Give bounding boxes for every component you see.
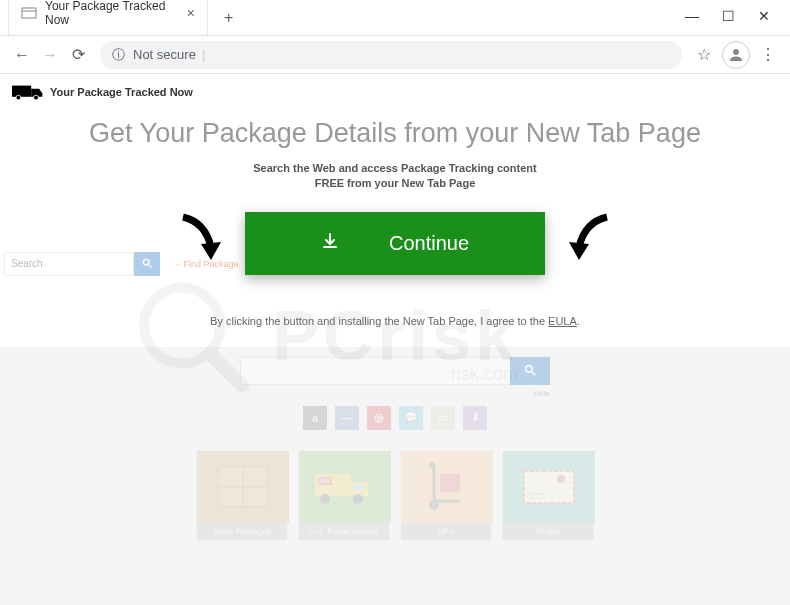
close-window-button[interactable]: ✕ — [746, 4, 782, 28]
mail-truck-icon: MAIL — [299, 451, 391, 523]
card-usps: MAIL U.S. Postal Service — [298, 450, 390, 541]
bookmark-button[interactable]: ☆ — [690, 45, 718, 64]
card-label: Track Packages — [197, 523, 287, 540]
download-icon — [321, 232, 339, 255]
svg-point-24 — [429, 462, 435, 468]
truck-icon — [12, 82, 44, 102]
page-content: Your Package Tracked Now Get Your Packag… — [0, 74, 790, 605]
continue-label: Continue — [389, 232, 469, 255]
card-label: UPS — [401, 523, 491, 540]
background-big-search-icon — [510, 357, 550, 385]
walmart-icon: — — [335, 406, 359, 430]
cta-area: Continue Find Package — [0, 204, 790, 295]
arrow-right-icon — [565, 212, 615, 271]
svg-point-4 — [16, 95, 21, 100]
brand-name: Your Package Tracked Now — [50, 86, 193, 98]
page-title: Get Your Package Details from your New T… — [0, 110, 790, 157]
browser-titlebar: Your Package Tracked Now × + — ☐ ✕ — [0, 0, 790, 36]
new-tab-button[interactable]: + — [216, 9, 241, 27]
svg-point-26 — [557, 475, 565, 483]
page-subtitle: Search the Web and access Package Tracki… — [0, 157, 790, 204]
amazon-icon: a — [303, 406, 327, 430]
maximize-button[interactable]: ☐ — [710, 4, 746, 28]
card-track-packages: Track Packages — [196, 450, 288, 541]
tab-title: Your Package Tracked Now — [45, 0, 171, 27]
download-tile-icon: ⬇ — [463, 406, 487, 430]
svg-point-23 — [429, 500, 439, 510]
forward-button[interactable]: → — [36, 41, 64, 69]
info-icon: ⓘ — [112, 46, 125, 64]
svg-rect-0 — [22, 8, 36, 18]
svg-rect-3 — [12, 86, 31, 97]
background-search-button-icon — [134, 252, 160, 276]
reload-button[interactable]: ⟳ — [64, 41, 92, 69]
background-content: Hide a — ◎ 💬 ▭ ⬇ Track Packages MAIL U.S… — [0, 347, 790, 561]
chat-icon: 💬 — [399, 406, 423, 430]
card-label: FedEx — [503, 523, 593, 540]
card-fedex: FedEx — [502, 450, 594, 541]
svg-point-2 — [733, 49, 739, 55]
hand-truck-icon — [401, 451, 493, 523]
box-icon: ▭ — [431, 406, 455, 430]
minimize-button[interactable]: — — [674, 4, 710, 28]
hide-link: Hide — [240, 389, 550, 398]
address-text: Not secure — [133, 47, 196, 62]
arrow-left-icon — [175, 212, 225, 271]
tab-favicon-icon — [21, 5, 37, 21]
svg-point-19 — [353, 494, 363, 504]
card-ups: UPS — [400, 450, 492, 541]
svg-point-8 — [525, 366, 532, 373]
back-button[interactable]: ← — [8, 41, 36, 69]
disclaimer-text: By clicking the button and installing th… — [0, 295, 790, 347]
envelope-icon — [503, 451, 595, 523]
svg-line-9 — [532, 372, 535, 375]
eula-link[interactable]: EULA — [548, 315, 577, 327]
page-header: Your Package Tracked Now — [0, 74, 790, 110]
address-bar[interactable]: ⓘ Not secure | — [100, 41, 682, 69]
svg-rect-17 — [354, 484, 362, 490]
continue-button[interactable]: Continue — [245, 212, 545, 275]
background-big-search-input — [240, 357, 510, 385]
address-divider: | — [202, 47, 205, 62]
browser-toolbar: ← → ⟳ ⓘ Not secure | ☆ ⋮ — [0, 36, 790, 74]
svg-text:MAIL: MAIL — [319, 478, 331, 484]
card-label: U.S. Postal Service — [299, 523, 389, 540]
profile-button[interactable] — [722, 41, 750, 69]
background-big-search — [240, 357, 550, 385]
quick-icon-row: a — ◎ 💬 ▭ ⬇ — [0, 406, 790, 430]
close-tab-icon[interactable]: × — [187, 5, 195, 21]
svg-rect-20 — [440, 474, 460, 492]
card-row: Track Packages MAIL U.S. Postal Service … — [0, 450, 790, 541]
svg-point-6 — [143, 260, 149, 266]
target-icon: ◎ — [367, 406, 391, 430]
svg-line-7 — [148, 265, 151, 268]
window-controls: — ☐ ✕ — [674, 0, 790, 28]
svg-point-5 — [34, 95, 39, 100]
menu-button[interactable]: ⋮ — [754, 45, 782, 64]
background-search-input — [4, 252, 134, 276]
browser-tab[interactable]: Your Package Tracked Now × — [8, 0, 208, 35]
package-box-icon — [197, 451, 289, 523]
svg-point-18 — [320, 494, 330, 504]
